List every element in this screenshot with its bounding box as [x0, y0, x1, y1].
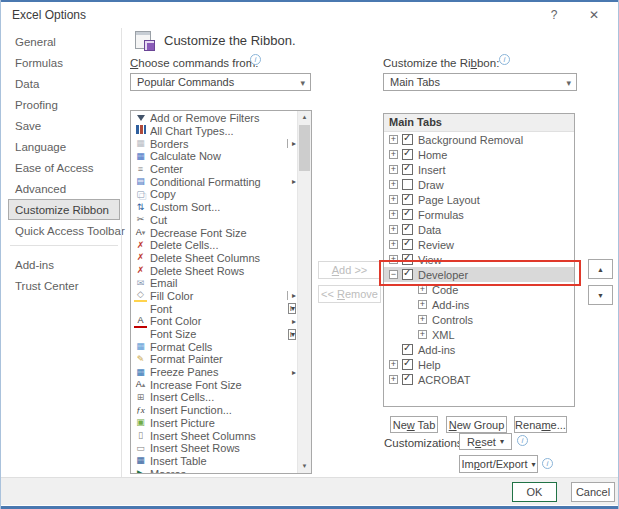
sidebar-item-data[interactable]: Data: [8, 73, 120, 94]
sidebar-item-formulas[interactable]: Formulas: [8, 52, 120, 73]
expand-icon[interactable]: +: [389, 135, 398, 144]
import-export-button[interactable]: Import/Export▾: [459, 455, 538, 473]
command-item[interactable]: Delete Sheet Rows: [131, 264, 298, 277]
ribbon-tab-item-view[interactable]: +View: [384, 252, 574, 267]
expand-icon[interactable]: +: [389, 240, 398, 249]
command-item[interactable]: Delete Cells...: [131, 239, 298, 252]
scroll-up-icon[interactable]: ▲: [298, 111, 311, 124]
command-item[interactable]: Font Color▸: [131, 315, 298, 328]
checkbox[interactable]: [402, 344, 413, 355]
expand-icon[interactable]: +: [389, 225, 398, 234]
command-item[interactable]: Copy: [131, 188, 298, 201]
help-icon[interactable]: ?: [540, 5, 568, 25]
command-item[interactable]: Increase Font Size: [131, 378, 298, 391]
command-item[interactable]: Insert Sheet Columns: [131, 429, 298, 442]
sidebar-item-add-ins[interactable]: Add-ins: [8, 254, 120, 275]
command-item[interactable]: Cut: [131, 214, 298, 227]
cancel-button[interactable]: Cancel: [571, 482, 615, 502]
info-icon[interactable]: [542, 458, 553, 469]
checkbox[interactable]: [402, 374, 413, 385]
expand-icon[interactable]: +: [389, 150, 398, 159]
sidebar-item-customize-ribbon[interactable]: Customize Ribbon: [8, 199, 120, 220]
checkbox[interactable]: [402, 194, 413, 205]
expand-icon[interactable]: +: [389, 195, 398, 204]
expand-icon[interactable]: +: [418, 300, 427, 309]
checkbox[interactable]: [402, 359, 413, 370]
info-icon[interactable]: [517, 435, 528, 446]
ribbon-tab-item-page-layout[interactable]: +Page Layout: [384, 192, 574, 207]
scroll-down-icon[interactable]: ▼: [298, 460, 311, 473]
ribbon-tab-item-formulas[interactable]: +Formulas: [384, 207, 574, 222]
command-item[interactable]: Format Painter: [131, 353, 298, 366]
checkbox[interactable]: [402, 269, 413, 280]
command-item[interactable]: Insert Cells...: [131, 391, 298, 404]
sidebar-item-language[interactable]: Language: [8, 136, 120, 157]
remove-button[interactable]: << Remove: [318, 285, 381, 303]
command-item[interactable]: Email: [131, 277, 298, 290]
ribbon-tab-item-acrobat[interactable]: +ACROBAT: [384, 372, 574, 387]
expand-icon[interactable]: +: [418, 330, 427, 339]
command-item[interactable]: Decrease Font Size: [131, 226, 298, 239]
info-icon[interactable]: [499, 54, 510, 65]
expand-icon[interactable]: +: [389, 375, 398, 384]
choose-commands-dropdown[interactable]: Popular Commands ▾: [130, 73, 311, 91]
command-item[interactable]: Add or Remove Filters: [131, 112, 298, 125]
command-item[interactable]: Fill Color▸: [131, 290, 298, 303]
ribbon-tab-item-controls[interactable]: +Controls: [384, 312, 574, 327]
new-group-button[interactable]: New Group: [446, 416, 507, 433]
sidebar-item-ease-of-access[interactable]: Ease of Access: [8, 157, 120, 178]
ribbon-tab-item-home[interactable]: +Home: [384, 147, 574, 162]
command-item[interactable]: Borders▸: [131, 137, 298, 150]
command-item[interactable]: Macros: [131, 467, 298, 473]
sidebar-item-trust-center[interactable]: Trust Center: [8, 275, 120, 296]
expand-icon[interactable]: +: [418, 285, 427, 294]
scroll-thumb[interactable]: [299, 125, 310, 171]
checkbox[interactable]: [402, 209, 413, 220]
ribbon-tab-item-draw[interactable]: +Draw: [384, 177, 574, 192]
expand-icon[interactable]: +: [389, 255, 398, 264]
command-item[interactable]: Insert Function...: [131, 404, 298, 417]
move-up-button[interactable]: ▲: [588, 259, 613, 279]
ribbon-tab-item-add-ins[interactable]: +Add-ins: [384, 342, 574, 357]
checkbox[interactable]: [402, 134, 413, 145]
close-icon[interactable]: ✕: [580, 5, 608, 25]
checkbox[interactable]: [402, 164, 413, 175]
command-item[interactable]: Delete Sheet Columns: [131, 252, 298, 265]
ribbon-tab-item-add-ins[interactable]: +Add-ins: [384, 297, 574, 312]
expand-icon[interactable]: +: [389, 165, 398, 174]
ok-button[interactable]: OK: [512, 482, 557, 502]
ribbon-tab-item-help[interactable]: +Help: [384, 357, 574, 372]
info-icon[interactable]: [250, 54, 261, 65]
rename-button[interactable]: Rename...: [514, 416, 567, 433]
command-item[interactable]: Insert Table: [131, 455, 298, 468]
ribbon-tab-item-developer[interactable]: −Developer: [384, 267, 574, 282]
expand-icon[interactable]: +: [389, 210, 398, 219]
checkbox[interactable]: [402, 239, 413, 250]
ribbon-tab-item-code[interactable]: +Code: [384, 282, 574, 297]
command-item[interactable]: Insert Picture: [131, 417, 298, 430]
ribbon-tab-item-review[interactable]: +Review: [384, 237, 574, 252]
expand-icon[interactable]: +: [389, 180, 398, 189]
collapse-icon[interactable]: −: [389, 270, 398, 279]
command-item[interactable]: All Chart Types...: [131, 125, 298, 138]
command-item[interactable]: Freeze Panes▸: [131, 366, 298, 379]
command-item[interactable]: Calculate Now: [131, 150, 298, 163]
new-tab-button[interactable]: New Tab: [390, 416, 438, 433]
sidebar-item-proofing[interactable]: Proofing: [8, 94, 120, 115]
checkbox[interactable]: [402, 224, 413, 235]
ribbon-tab-item-data[interactable]: +Data: [384, 222, 574, 237]
sidebar-item-advanced[interactable]: Advanced: [8, 178, 120, 199]
customize-ribbon-dropdown[interactable]: Main Tabs ▾: [383, 73, 577, 91]
move-down-button[interactable]: ▼: [588, 285, 613, 305]
expand-icon[interactable]: +: [389, 360, 398, 369]
expand-icon[interactable]: +: [418, 315, 427, 324]
command-item[interactable]: Insert Sheet Rows: [131, 442, 298, 455]
ribbon-tab-item-background-removal[interactable]: +Background Removal: [384, 132, 574, 147]
add-button[interactable]: Add >>: [318, 261, 381, 279]
sidebar-item-general[interactable]: General: [8, 31, 120, 52]
ribbon-tab-item-xml[interactable]: +XML: [384, 327, 574, 342]
checkbox[interactable]: [402, 179, 413, 190]
checkbox[interactable]: [402, 149, 413, 160]
sidebar-item-save[interactable]: Save: [8, 115, 120, 136]
command-item[interactable]: Font SizeI▾: [131, 328, 298, 341]
